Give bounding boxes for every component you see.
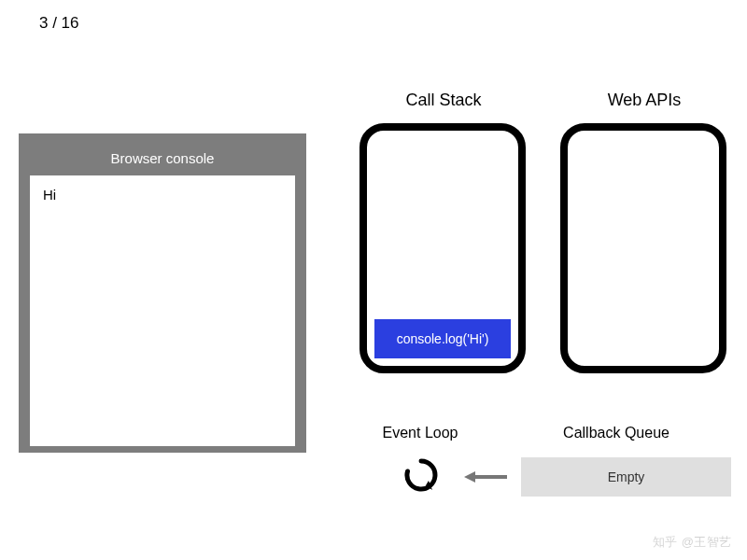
watermark: 知乎 @王智艺 [653,534,732,551]
callback-queue-state: Empty [608,469,645,484]
event-loop-title: Event Loop [359,425,481,441]
call-stack-title: Call Stack [359,91,528,110]
event-loop-icon [403,457,439,497]
console-line: Hi [43,187,282,203]
stack-frame: console.log('Hi') [374,319,511,358]
call-stack-box: console.log('Hi') [359,123,526,373]
browser-console-title: Browser console [30,145,295,175]
arrow-left-icon [462,469,509,489]
page-counter: 3 / 16 [39,14,79,33]
web-apis-title: Web APIs [560,91,728,110]
svg-marker-2 [464,471,475,483]
watermark-handle: @王智艺 [682,535,732,549]
web-apis-box [560,123,726,373]
browser-console-body: Hi [30,175,295,446]
browser-console: Browser console Hi [19,133,306,453]
callback-queue-title: Callback Queue [532,425,700,441]
callback-queue-box: Empty [521,457,731,497]
watermark-site: 知乎 [653,535,678,549]
